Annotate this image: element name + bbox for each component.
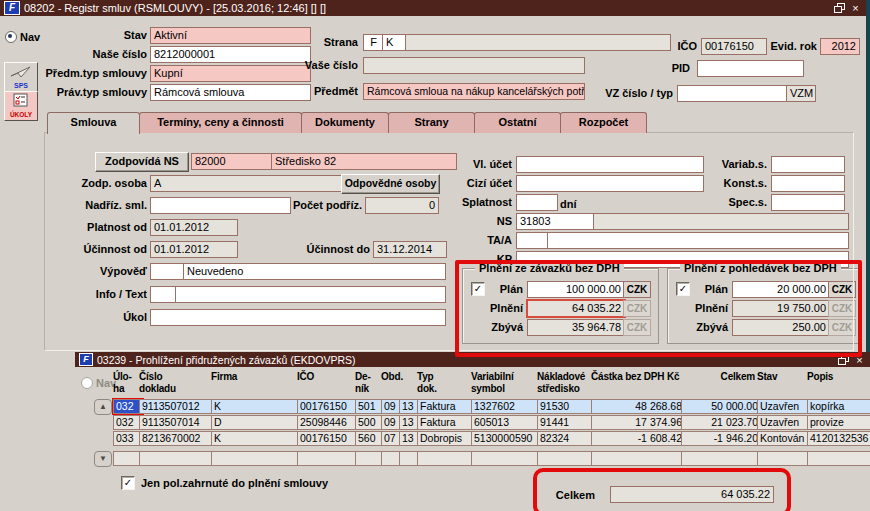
table-cell-r2-c12[interactable]: Kontován bbox=[757, 431, 811, 446]
sub-app-icon: F bbox=[79, 353, 93, 366]
prav-typ-label: Práv.typ smlouvy bbox=[0, 86, 147, 98]
table-cell-r1-c12[interactable]: Uzavřen bbox=[757, 415, 811, 430]
scroll-down-button[interactable]: ▼ bbox=[94, 451, 112, 467]
strana-label: Strana bbox=[253, 36, 358, 48]
pid-field[interactable] bbox=[697, 60, 804, 77]
table-cell-r2-c13[interactable]: 4120132536 bbox=[807, 431, 870, 446]
tab-smlouva[interactable]: Smlouva bbox=[47, 112, 140, 134]
tab-rozpocet[interactable]: Rozpočet bbox=[560, 112, 647, 133]
sub-titlebar: F 03239 - Prohlížení přidružených závazk… bbox=[75, 352, 870, 367]
predmet-field[interactable]: Rámcová smloua na nákup kancelářských po… bbox=[363, 83, 585, 100]
table-cell-r3-c7[interactable] bbox=[417, 451, 475, 466]
column-header-9: Nákladovéstředisko bbox=[537, 371, 589, 395]
table-cell-r0-c9[interactable]: 91530 bbox=[537, 399, 595, 414]
table-cell-r0-c12[interactable]: Uzavřen bbox=[757, 399, 811, 414]
main-titlebar: F 08202 - Registr smluv (RSMLOUVY) - [25… bbox=[0, 0, 866, 16]
table-cell-r0-c8[interactable]: 1327602 bbox=[471, 399, 541, 414]
tab-ostatni[interactable]: Ostatní bbox=[474, 112, 561, 133]
subwindow: F 03239 - Prohlížení přidružených závazk… bbox=[75, 352, 870, 511]
sub-close-icon[interactable]: × bbox=[853, 354, 866, 366]
table-cell-r3-c3[interactable] bbox=[297, 451, 359, 466]
table-cell-r1-c8[interactable]: 605013 bbox=[471, 415, 541, 430]
column-header-8: Variabilnísymbol bbox=[471, 371, 535, 395]
table-cell-r1-c1[interactable]: 9113507014 bbox=[139, 415, 215, 430]
vz-cislo-field[interactable] bbox=[677, 85, 787, 102]
screen: F 08202 - Registr smluv (RSMLOUVY) - [25… bbox=[0, 0, 870, 511]
ico-label: IČO bbox=[597, 40, 697, 52]
table-cell-r2-c11[interactable]: -1 946.20 bbox=[681, 431, 761, 446]
table-cell-r3-c13[interactable] bbox=[807, 451, 870, 466]
column-header-3: IČO bbox=[297, 371, 353, 383]
table-cell-r2-c9[interactable]: 82324 bbox=[537, 431, 595, 446]
predmet-label: Předmět bbox=[253, 85, 358, 97]
table-cell-r0-c11[interactable]: 50 000.00 bbox=[681, 399, 761, 414]
table-cell-r2-c8[interactable]: 5130000590 bbox=[471, 431, 541, 446]
table-cell-r1-c2[interactable]: D bbox=[211, 415, 301, 430]
table-cell-r0-c2[interactable]: K bbox=[211, 399, 301, 414]
main-window-title: 08202 - Registr smluv (RSMLOUVY) - [25.0… bbox=[24, 2, 830, 14]
table-cell-r0-c7[interactable]: Faktura bbox=[417, 399, 475, 414]
column-header-0: Úlo-ha bbox=[113, 371, 137, 395]
strana-f-field[interactable]: F bbox=[363, 34, 384, 51]
scroll-up-button[interactable]: ▲ bbox=[94, 399, 112, 415]
table-cell-r0-c10[interactable]: 48 268.68 bbox=[591, 399, 685, 414]
table-cell-r2-c7[interactable]: Dobropis bbox=[417, 431, 475, 446]
tab-dokumenty[interactable]: Dokumenty bbox=[301, 112, 389, 133]
table-cell-r0-c3[interactable]: 00176150 bbox=[297, 399, 359, 414]
evid-rok-label: Evid. rok bbox=[717, 40, 817, 52]
column-header-7: Typdok. bbox=[417, 371, 469, 395]
table-cell-r3-c1[interactable] bbox=[139, 451, 215, 466]
table-cell-r3-c2[interactable] bbox=[211, 451, 301, 466]
table-cell-r3-c11[interactable] bbox=[681, 451, 761, 466]
table-cell-r2-c10[interactable]: -1 608.42 bbox=[591, 431, 685, 446]
column-header-12: Stav bbox=[757, 371, 805, 383]
celkem-field: 64 035.22 bbox=[610, 486, 774, 503]
table-cell-r3-c9[interactable] bbox=[537, 451, 595, 466]
table-cell-r3-c10[interactable] bbox=[591, 451, 685, 466]
app-icon: F bbox=[4, 1, 20, 15]
celkem-label: Celkem bbox=[495, 489, 595, 501]
table-cell-r1-c9[interactable]: 91441 bbox=[537, 415, 595, 430]
column-header-10: Částka bez DPH Kč bbox=[591, 371, 679, 383]
restore-icon[interactable] bbox=[834, 3, 845, 13]
sub-nav-toggle: Nav bbox=[81, 373, 116, 391]
sub-restore-icon[interactable] bbox=[838, 355, 849, 365]
table-cell-r1-c3[interactable]: 25098446 bbox=[297, 415, 359, 430]
table-cell-r1-c13[interactable]: provize bbox=[807, 415, 870, 430]
column-header-5: Obd. bbox=[381, 371, 397, 383]
vase-cislo-label: Vaše číslo bbox=[253, 59, 358, 71]
vz-cislo-label: VZ číslo / typ bbox=[573, 87, 673, 99]
column-header-11: Celkem bbox=[681, 371, 755, 383]
table-cell-r1-c11[interactable]: 21 023.70 bbox=[681, 415, 761, 430]
nase-cislo-label: Naše číslo bbox=[0, 48, 147, 60]
column-header-13: Popis bbox=[807, 371, 865, 383]
ukoly-label: ÚKOLY bbox=[5, 111, 37, 118]
tab-content-panel bbox=[44, 132, 854, 351]
table-cell-r2-c1[interactable]: 8213670002 bbox=[139, 431, 215, 446]
column-header-2: Firma bbox=[211, 371, 295, 383]
table-cell-r0-c1[interactable]: 9113507012 bbox=[139, 399, 215, 414]
pid-label: PID bbox=[590, 62, 690, 74]
table-cell-r2-c3[interactable]: 00176150 bbox=[297, 431, 359, 446]
vase-cislo-field[interactable] bbox=[363, 57, 585, 74]
filter-label: Jen pol.zahrnuté do plnění smlouvy bbox=[141, 477, 328, 489]
column-header-1: Číslodokladu bbox=[139, 371, 209, 395]
tab-terminy-ceny-cinnosti[interactable]: Termíny, ceny a činnosti bbox=[139, 112, 302, 133]
table-cell-r3-c8[interactable] bbox=[471, 451, 541, 466]
table-cell-r0-c13[interactable]: kopírka bbox=[807, 399, 870, 414]
tab-strany[interactable]: Strany bbox=[388, 112, 475, 133]
predm-typ-label: Předm.typ smlouvy bbox=[0, 67, 147, 79]
table-cell-r3-c12[interactable] bbox=[757, 451, 811, 466]
evid-rok-field[interactable]: 2012 bbox=[820, 38, 860, 55]
filter-checkbox[interactable]: ✓ bbox=[121, 476, 135, 490]
table-cell-r1-c7[interactable]: Faktura bbox=[417, 415, 475, 430]
strana-k-field[interactable]: K bbox=[382, 34, 406, 51]
stav-label: Stav bbox=[0, 29, 147, 41]
column-header-4: De-ník bbox=[355, 371, 379, 395]
table-cell-r1-c10[interactable]: 17 374.96 bbox=[591, 415, 685, 430]
table-cell-r2-c2[interactable]: K bbox=[211, 431, 301, 446]
close-icon[interactable]: × bbox=[849, 2, 862, 14]
sub-nav-radio-icon bbox=[81, 377, 93, 389]
vz-typ-field: VZM bbox=[786, 85, 816, 102]
sub-window-title: 03239 - Prohlížení přidružených závazků … bbox=[97, 354, 834, 366]
